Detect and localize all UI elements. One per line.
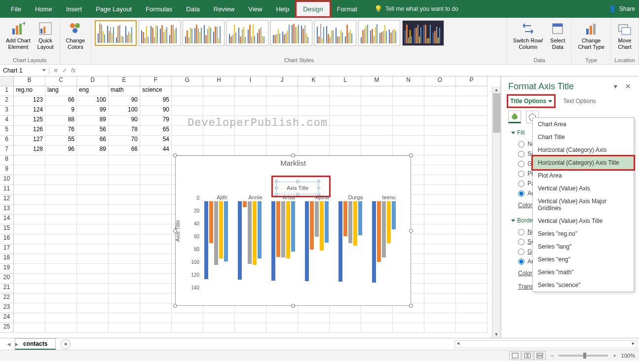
cell[interactable]: 55 — [45, 136, 77, 146]
chart-object[interactable]: Marklist Axis Title AjithAnnieArisaAjith… — [175, 155, 411, 306]
cell[interactable] — [456, 126, 488, 136]
text-options-tab[interactable]: Text Options — [563, 96, 596, 107]
cell[interactable]: 123 — [14, 96, 45, 106]
cell[interactable] — [109, 254, 140, 264]
column-header[interactable]: O — [424, 76, 456, 86]
sheet-nav-prev-icon[interactable]: ◄ — [6, 341, 12, 348]
cell[interactable] — [45, 224, 77, 234]
sheet-nav-next-icon[interactable]: ► — [14, 341, 20, 348]
cell[interactable] — [424, 244, 456, 254]
cell[interactable]: 56 — [77, 126, 109, 136]
cell[interactable] — [330, 116, 361, 126]
cell[interactable] — [45, 264, 77, 274]
cell[interactable] — [77, 215, 109, 224]
cell[interactable] — [140, 185, 172, 195]
cell[interactable] — [109, 323, 140, 333]
cell[interactable] — [424, 106, 456, 116]
cell[interactable] — [456, 165, 488, 175]
cell[interactable] — [140, 195, 172, 205]
cell[interactable] — [298, 323, 330, 333]
cell[interactable] — [77, 165, 109, 175]
cell[interactable] — [456, 96, 488, 106]
cell[interactable] — [77, 155, 109, 165]
chart-style-thumbnail[interactable] — [270, 20, 312, 46]
cell[interactable] — [203, 96, 235, 106]
change-colors-button[interactable]: Change Colors — [63, 20, 88, 51]
cell[interactable] — [140, 205, 172, 215]
cell[interactable] — [424, 116, 456, 126]
cell[interactable] — [456, 155, 488, 165]
cell[interactable] — [140, 264, 172, 274]
dropdown-item[interactable]: Horizontal (Category) Axis — [533, 144, 634, 156]
cell[interactable] — [298, 126, 330, 136]
name-box[interactable]: Chart 1 — [0, 67, 49, 74]
cell[interactable] — [140, 165, 172, 175]
cell[interactable] — [45, 303, 77, 313]
cell[interactable] — [424, 205, 456, 215]
column-header[interactable]: P — [456, 76, 488, 86]
row-header[interactable]: 22 — [0, 293, 14, 303]
cell[interactable] — [456, 284, 488, 293]
cell[interactable] — [424, 146, 456, 155]
zoom-slider[interactable] — [559, 355, 608, 357]
cell[interactable] — [45, 244, 77, 254]
spreadsheet[interactable]: BCDEFGHIJKLMNOP 123456789101112131415161… — [0, 76, 501, 338]
cell[interactable] — [45, 195, 77, 205]
cell[interactable] — [45, 205, 77, 215]
cell[interactable] — [330, 96, 361, 106]
cell[interactable] — [235, 116, 266, 126]
cell[interactable] — [424, 234, 456, 244]
cell[interactable] — [14, 264, 45, 274]
cell[interactable] — [203, 136, 235, 146]
cell[interactable] — [424, 215, 456, 224]
cell[interactable] — [456, 136, 488, 146]
cell[interactable] — [172, 116, 203, 126]
cell[interactable] — [109, 155, 140, 165]
cell[interactable]: 95 — [140, 96, 172, 106]
data-bar[interactable] — [238, 201, 242, 280]
dropdown-item[interactable]: Chart Title — [533, 131, 634, 144]
fill-line-icon[interactable] — [508, 110, 521, 123]
chart-style-thumbnail[interactable] — [95, 20, 137, 46]
data-bar[interactable] — [305, 201, 309, 281]
dropdown-item[interactable]: Horizontal (Category) Axis Title — [533, 156, 634, 169]
cell[interactable] — [140, 293, 172, 303]
cell[interactable] — [456, 274, 488, 284]
cell[interactable] — [298, 116, 330, 126]
cell[interactable] — [203, 323, 235, 333]
cell[interactable] — [456, 224, 488, 234]
cell[interactable] — [203, 116, 235, 126]
cell[interactable]: 100 — [77, 96, 109, 106]
row-header[interactable]: 16 — [0, 234, 14, 244]
row-header[interactable]: 10 — [0, 175, 14, 185]
cell[interactable] — [235, 106, 266, 116]
tab-formulas[interactable]: Formulas — [139, 1, 179, 17]
cell[interactable] — [456, 175, 488, 185]
chart-resize-handle[interactable] — [291, 153, 295, 157]
cell[interactable] — [266, 136, 298, 146]
name-box-dropdown-icon[interactable] — [42, 69, 46, 72]
row-header[interactable]: 12 — [0, 195, 14, 205]
switch-row-column-button[interactable]: Switch Row/ Column — [510, 20, 546, 51]
row-header[interactable]: 8 — [0, 155, 14, 165]
cell[interactable] — [77, 185, 109, 195]
cell[interactable]: 76 — [45, 126, 77, 136]
cell[interactable] — [14, 165, 45, 175]
tab-format[interactable]: Format — [330, 1, 364, 17]
chart-resize-handle[interactable] — [409, 229, 413, 233]
cell[interactable] — [235, 136, 266, 146]
zoom-in-button[interactable]: + — [613, 353, 616, 359]
cell[interactable] — [424, 155, 456, 165]
cell[interactable]: 78 — [109, 126, 140, 136]
dropdown-item[interactable]: Series "eng" — [533, 253, 634, 266]
cell[interactable]: 128 — [14, 146, 45, 155]
tab-home[interactable]: Home — [28, 1, 59, 17]
cell[interactable] — [77, 175, 109, 185]
cell[interactable]: 99 — [77, 106, 109, 116]
cell[interactable]: eng — [77, 86, 109, 96]
cell[interactable]: 89 — [77, 116, 109, 126]
cell[interactable]: 79 — [140, 116, 172, 126]
cell[interactable] — [45, 254, 77, 264]
cell[interactable] — [109, 274, 140, 284]
cell[interactable] — [361, 96, 393, 106]
